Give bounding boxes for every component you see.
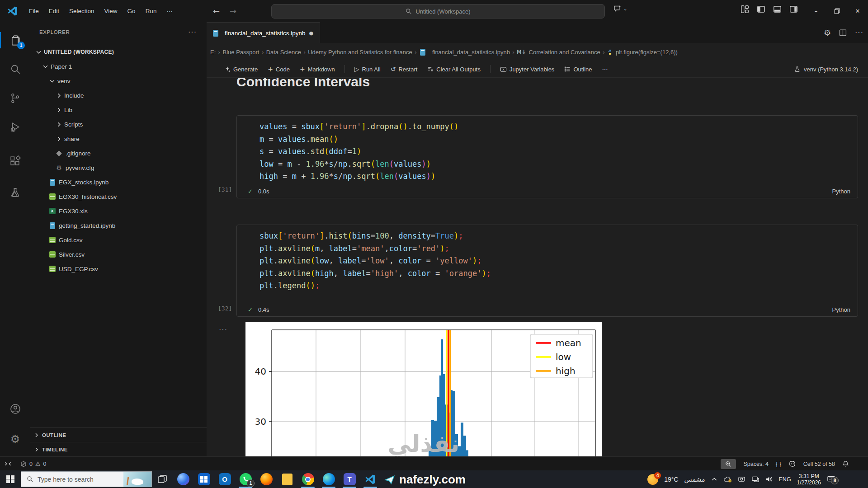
cell-language[interactable]: Python [832, 188, 850, 195]
menu-edit[interactable]: Edit [44, 5, 64, 17]
breadcrumb-item[interactable]: plt.figure(figsize=(12,6)) [607, 49, 678, 56]
search-weather-art[interactable] [123, 472, 151, 487]
whatsapp-icon[interactable]: 1 [235, 470, 256, 488]
run-debug-activity-icon[interactable] [0, 116, 30, 138]
copilot-app-icon[interactable] [173, 470, 193, 488]
settings-gear-icon[interactable]: ⚙ [0, 428, 30, 450]
tree-item-silver-csv[interactable]: Silver.csv [30, 247, 207, 262]
teams-icon[interactable]: T [339, 470, 360, 488]
minimize-button[interactable]: – [806, 0, 826, 22]
warnings-count[interactable]: 0 [43, 461, 47, 467]
split-editor-icon[interactable] [839, 29, 847, 37]
tray-expand-chevron-icon[interactable] [711, 476, 717, 483]
testing-activity-icon[interactable] [0, 182, 30, 203]
tree-item-include[interactable]: Include [30, 88, 207, 103]
copilot-chat-button[interactable]: ⌄ [613, 5, 627, 13]
tree-item-usd-egp-csv[interactable]: USD_EGP.csv [30, 262, 207, 276]
start-button[interactable] [0, 470, 21, 488]
notifications-bell-icon[interactable] [842, 460, 849, 467]
tree-item-venv[interactable]: venv [30, 74, 207, 88]
errors-count[interactable]: 0 [29, 461, 33, 467]
toggle-secondary-sidebar-icon[interactable] [789, 5, 798, 14]
code-cell-2[interactable]: sbux['return'].hist(bins=100, density=Tr… [236, 225, 858, 317]
toggle-sidebar-icon[interactable] [757, 5, 765, 14]
add-markdown-cell-button[interactable]: +Markdown [296, 64, 339, 75]
taskbar-search[interactable]: Type here to search [21, 471, 152, 487]
firefox-icon[interactable] [256, 470, 277, 488]
run-all-button[interactable]: ▷Run All [350, 64, 385, 75]
menu-[interactable]: ⋯ [161, 5, 178, 18]
weather-widget[interactable]: 4 [647, 474, 658, 485]
clock[interactable]: 3:31 PM 1/27/2026 [797, 473, 821, 486]
braces-status[interactable]: { } [776, 461, 781, 467]
generate-button[interactable]: Generate [220, 64, 262, 75]
close-button[interactable]: ✕ [847, 0, 868, 22]
tree-item-paper-1[interactable]: Paper 1 [30, 59, 207, 74]
clear-all-outputs-button[interactable]: Clear All Outputs [423, 64, 485, 75]
remote-indicator-icon[interactable] [5, 460, 11, 467]
tree-item-egx-stocks-ipynb[interactable]: EGX_stocks.ipynb [30, 175, 207, 189]
indentation-status[interactable]: Spaces: 4 [743, 461, 769, 467]
nav-back-arrow[interactable]: ← [213, 6, 220, 16]
command-center[interactable]: Untitled (Workspace) [271, 4, 605, 19]
toolbar-more-actions[interactable]: ⋯ [598, 64, 613, 75]
restart-button[interactable]: ↺Restart [387, 64, 422, 75]
tree-item-egx30-historical-csv[interactable]: EGX30_historical.csv [30, 189, 207, 204]
explorer-more-actions[interactable]: ··· [188, 28, 197, 36]
kernel-picker[interactable]: venv (Python 3.14.2) [794, 66, 858, 73]
microsoft-store-icon[interactable] [193, 470, 214, 488]
toggle-panel-icon[interactable] [773, 5, 782, 14]
network-display-icon[interactable] [751, 476, 760, 483]
nav-forward-arrow[interactable]: → [230, 6, 236, 16]
temperature[interactable]: 19°C [664, 476, 678, 483]
account-icon[interactable] [0, 398, 30, 420]
tree-item-untitled-workspace[interactable]: UNTITLED (WORKSPACE) [30, 45, 207, 59]
breadcrumb-item[interactable]: Udemy Python and Statistics for finance [308, 49, 412, 56]
breadcrumb-item[interactable]: Data Science [266, 49, 301, 56]
menu-file[interactable]: File [24, 5, 44, 17]
timeline-section[interactable]: TIMELINE [30, 442, 207, 456]
zoom-indicator[interactable] [721, 459, 736, 469]
search-activity-icon[interactable] [0, 58, 30, 80]
notification-center[interactable]: 8 [827, 475, 835, 483]
onedrive-cloud-icon[interactable]: ! [723, 476, 732, 483]
edge-icon[interactable] [318, 470, 339, 488]
menu-go[interactable]: Go [123, 5, 141, 17]
menu-view[interactable]: View [99, 5, 123, 17]
tab-financial-data-statistics[interactable]: financial_data_statistics.ipynb ● [207, 22, 320, 43]
code-editor[interactable]: values = sbux['return'].dropna().to_nump… [237, 116, 858, 183]
errors-icon[interactable] [20, 461, 27, 467]
jupyter-variables-button[interactable]: x Jupyter Variables [496, 64, 558, 75]
outlook-icon[interactable]: O [214, 470, 235, 488]
breadcrumb-item[interactable]: financial_data_statistics.ipynb [419, 48, 510, 56]
code-cell-1[interactable]: values = sbux['return'].dropna().to_nump… [236, 115, 858, 198]
tree-item-share[interactable]: share [30, 131, 207, 146]
tree-item-pyvenv-cfg[interactable]: ⚙pyvenv.cfg [30, 160, 207, 175]
vscode-taskbar-icon[interactable] [360, 470, 381, 488]
copilot-status-icon[interactable] [788, 460, 796, 468]
input-language[interactable]: ENG [779, 476, 791, 483]
tree-item-egx30-xls[interactable]: XEGX30.xls [30, 204, 207, 218]
cell-position-status[interactable]: Cell 52 of 58 [803, 461, 835, 467]
chrome-icon[interactable] [297, 470, 318, 488]
volume-icon[interactable] [765, 476, 773, 483]
tree-item-scripts[interactable]: Scripts [30, 117, 207, 131]
tree-item-lib[interactable]: Lib [30, 103, 207, 117]
editor-more-actions-icon[interactable]: ··· [855, 28, 863, 37]
customize-layout-icon[interactable] [741, 5, 749, 14]
outline-section[interactable]: OUTLINE [30, 427, 207, 442]
add-code-cell-button[interactable]: +Code [264, 64, 294, 75]
restore-button[interactable] [826, 0, 847, 22]
breadcrumb-item[interactable]: Blue Passport [223, 49, 259, 56]
tree-item-gold-csv[interactable]: Gold.csv [30, 233, 207, 247]
weather-condition[interactable]: مشمس [684, 476, 705, 483]
tree-item-gitignore[interactable]: .gitignore [30, 146, 207, 160]
warnings-icon[interactable]: ⚠ [35, 460, 41, 467]
breadcrumb-item[interactable]: E: [210, 49, 216, 56]
code-editor[interactable]: sbux['return'].hist(bins=100, density=Tr… [237, 225, 858, 292]
menu-selection[interactable]: Selection [64, 5, 99, 17]
editor-settings-gear-icon[interactable]: ⚙ [824, 28, 831, 38]
outline-button[interactable]: Outline [560, 64, 596, 75]
screen-cast-icon[interactable] [738, 476, 745, 483]
output-menu-icon[interactable]: ··· [219, 325, 227, 333]
